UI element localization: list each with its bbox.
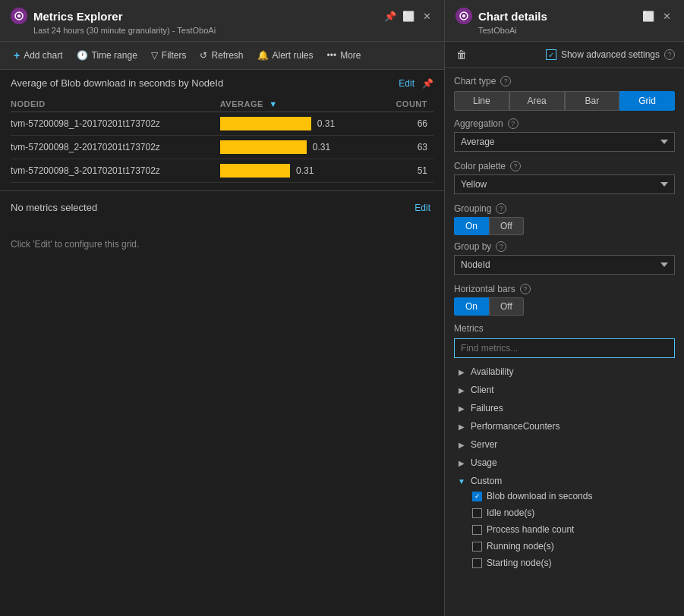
tree-category: ▶Availability (454, 363, 675, 381)
time-range-button[interactable]: 🕐 Time range (71, 47, 143, 64)
chart-type-btn-line[interactable]: Line (454, 91, 509, 111)
cell-count: 66 (383, 112, 433, 136)
metric-checkbox-row[interactable]: Starting node(s) (469, 556, 675, 570)
metrics-label: Metrics (454, 323, 484, 334)
add-chart-button[interactable]: + Add chart (8, 46, 69, 64)
settings-body: Chart type ? LineAreaBarGrid Aggregation… (445, 68, 684, 616)
metrics-search-input[interactable] (454, 338, 675, 358)
filter-icon: ▽ (151, 50, 158, 61)
metric-checkbox[interactable]: ✓ (472, 492, 482, 501)
tree-category-header[interactable]: ▶Availability (454, 365, 675, 379)
aggregation-select[interactable]: AverageSumMinMaxCount (454, 132, 675, 152)
hbars-toggle-off[interactable]: Off (489, 297, 524, 316)
tree-category: ▶Server (454, 435, 675, 454)
list-item: Running node(s) (469, 538, 675, 555)
col-nodeid: NODEID (11, 96, 220, 112)
main-content: Average of Blob download in seconds by N… (0, 70, 444, 616)
metric-checkbox[interactable] (472, 508, 482, 518)
cell-nodeid: tvm-57200098_3-20170201t173702z (11, 159, 220, 183)
chart-title-1: Average of Blob download in seconds by N… (11, 77, 223, 89)
grouping-help-icon[interactable]: ? (496, 203, 506, 214)
chart-edit-link-2[interactable]: Edit (414, 203, 430, 213)
color-palette-label: Color palette (454, 161, 506, 171)
toolbar: + Add chart 🕐 Time range ▽ Filters ↺ Ref… (0, 42, 444, 70)
right-header: Chart details ⬜ ✕ TestOboAi (445, 0, 684, 42)
chart-edit-link-1[interactable]: Edit (399, 78, 414, 89)
group-by-label: Group by (454, 241, 491, 252)
grouping-toggle-off[interactable]: Off (489, 217, 524, 235)
sort-arrow: ▼ (269, 99, 277, 108)
chart-type-help-icon[interactable]: ? (500, 76, 511, 86)
restore-window-btn[interactable]: ⬜ (402, 9, 415, 23)
alert-rules-button[interactable]: 🔔 Alert rules (251, 47, 320, 64)
cell-average: 0.31 (220, 159, 383, 183)
metric-label: Process handle count (487, 524, 574, 535)
right-panel: Chart details ⬜ ✕ TestOboAi 🗑 ✓ Show adv… (445, 0, 684, 616)
chart-type-label: Chart type (454, 76, 496, 86)
tree-category-header[interactable]: ▶Client (454, 383, 675, 397)
group-by-select[interactable]: NodeIdNone (454, 255, 675, 275)
delete-button[interactable]: 🗑 (454, 46, 469, 63)
aggregation-help-icon[interactable]: ? (508, 118, 519, 129)
show-advanced-label: Show advanced settings (561, 49, 660, 60)
avg-value: 0.31 (317, 118, 335, 129)
tree-category-header[interactable]: ▼Custom (454, 474, 675, 488)
metric-checkbox-row[interactable]: ✓Blob download in seconds (469, 489, 675, 503)
tree-category-header[interactable]: ▶Server (454, 438, 675, 451)
hbars-toggle-on[interactable]: On (454, 297, 489, 316)
bar (220, 117, 311, 130)
check-mark: ✓ (474, 492, 481, 500)
cell-average: 0.31 (220, 136, 383, 159)
close-window-btn[interactable]: ✕ (420, 9, 433, 23)
chart-type-btn-area[interactable]: Area (509, 91, 565, 111)
grouping-toggle-on[interactable]: On (454, 217, 489, 235)
tree-category-label: Failures (471, 403, 503, 413)
collapsed-arrow-icon: ▶ (457, 422, 466, 431)
tree-category-label: Usage (471, 457, 497, 468)
right-panel-title: Chart details (478, 10, 547, 23)
refresh-button[interactable]: ↺ Refresh (194, 47, 249, 64)
show-advanced-row: ✓ Show advanced settings ? (546, 49, 675, 60)
window-controls: 📌 ⬜ ✕ (383, 9, 433, 23)
horizontal-bars-help-icon[interactable]: ? (520, 284, 531, 294)
app-icon (11, 8, 27, 24)
color-palette-select[interactable]: YellowBlueGreenRedPurple (454, 174, 675, 194)
tree-category: ▶Usage (454, 454, 675, 472)
color-palette-help-icon[interactable]: ? (510, 161, 521, 171)
app-title: Metrics Explorer (33, 10, 123, 23)
more-button[interactable]: ••• More (321, 47, 367, 64)
metric-checkbox-row[interactable]: Process handle count (469, 523, 675, 536)
metric-checkbox-row[interactable]: Running node(s) (469, 539, 675, 553)
group-by-help-icon[interactable]: ? (496, 241, 506, 252)
metric-checkbox-row[interactable]: Idle node(s) (469, 506, 675, 520)
aggregation-label: Aggregation (454, 118, 503, 129)
right-close-btn[interactable]: ✕ (660, 9, 673, 23)
svg-point-1 (17, 14, 20, 17)
chart-type-btn-grid[interactable]: Grid (619, 91, 675, 111)
pin-window-btn[interactable]: 📌 (383, 9, 397, 23)
tree-category-header[interactable]: ▶Failures (454, 401, 675, 415)
horizontal-bars-label: Horizontal bars (454, 284, 515, 294)
metric-checkbox[interactable] (472, 558, 482, 568)
col-average[interactable]: AVERAGE ▼ (220, 96, 383, 112)
collapsed-arrow-icon: ▶ (457, 440, 466, 449)
collapsed-arrow-icon: ▶ (457, 385, 466, 394)
right-restore-btn[interactable]: ⬜ (641, 9, 655, 23)
show-advanced-checkbox[interactable]: ✓ (546, 49, 556, 60)
chart-type-btn-bar[interactable]: Bar (565, 91, 620, 111)
grouping-label: Grouping (454, 203, 491, 214)
tree-category-label: PerformanceCounters (471, 421, 559, 432)
tree-category-header[interactable]: ▶Usage (454, 456, 675, 470)
list-item: Idle node(s) (469, 504, 675, 521)
tree-category-header[interactable]: ▶PerformanceCounters (454, 420, 675, 433)
filters-button[interactable]: ▽ Filters (145, 47, 193, 64)
pin-icon-1[interactable]: 📌 (422, 78, 433, 89)
tree-category: ▶Failures (454, 399, 675, 417)
advanced-help-icon[interactable]: ? (664, 49, 675, 60)
chart-section-1: Average of Blob download in seconds by N… (0, 70, 444, 191)
list-item: ✓Blob download in seconds (469, 488, 675, 504)
chart-section-2: No metrics selected Edit (0, 191, 444, 224)
metric-checkbox[interactable] (472, 525, 482, 535)
metric-checkbox[interactable] (472, 542, 482, 552)
bar (220, 164, 290, 178)
